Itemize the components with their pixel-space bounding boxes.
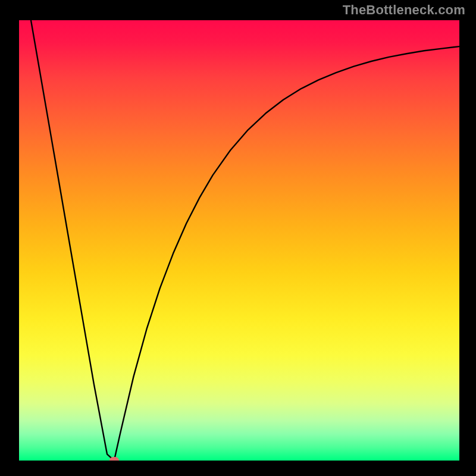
curve-path <box>31 20 459 461</box>
bottleneck-curve <box>19 20 459 461</box>
watermark-text: TheBottleneck.com <box>343 2 465 18</box>
min-marker <box>109 457 119 461</box>
plot-area <box>19 20 459 461</box>
chart-frame: TheBottleneck.com <box>0 0 476 476</box>
